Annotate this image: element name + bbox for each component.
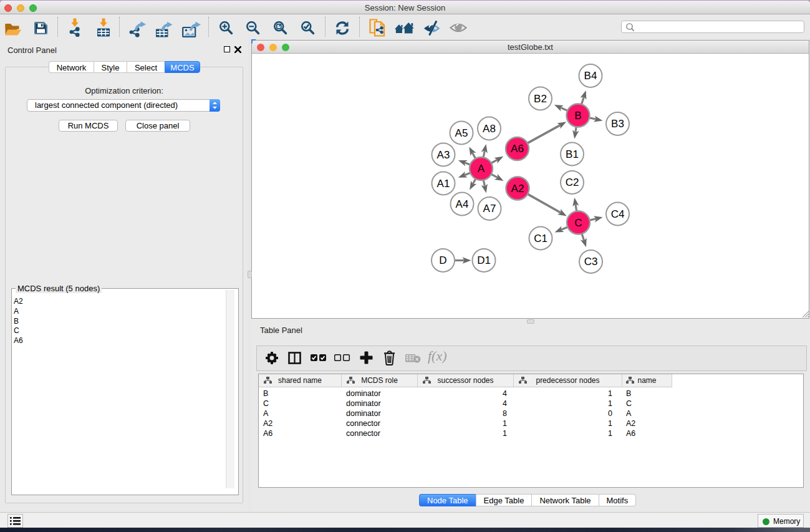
svg-text:C3: C3 (584, 256, 598, 268)
svg-text:A5: A5 (455, 127, 468, 139)
svg-text:D: D (439, 254, 446, 266)
svg-text:A1: A1 (437, 178, 450, 190)
svg-text:A7: A7 (483, 203, 496, 215)
svg-text:A: A (478, 163, 485, 175)
svg-text:D1: D1 (477, 254, 491, 266)
svg-text:B2: B2 (534, 93, 547, 105)
svg-text:A3: A3 (437, 149, 450, 161)
svg-text:A2: A2 (511, 183, 524, 195)
svg-text:C2: C2 (566, 177, 579, 188)
svg-text:C1: C1 (534, 233, 547, 244)
svg-text:B1: B1 (566, 148, 579, 160)
svg-text:A4: A4 (456, 198, 469, 210)
svg-text:A6: A6 (511, 143, 524, 155)
svg-text:B: B (574, 110, 581, 122)
svg-text:C4: C4 (611, 208, 625, 220)
svg-text:B3: B3 (611, 118, 624, 130)
svg-text:A8: A8 (483, 123, 496, 135)
svg-text:C: C (574, 217, 582, 229)
svg-text:B4: B4 (584, 70, 597, 82)
